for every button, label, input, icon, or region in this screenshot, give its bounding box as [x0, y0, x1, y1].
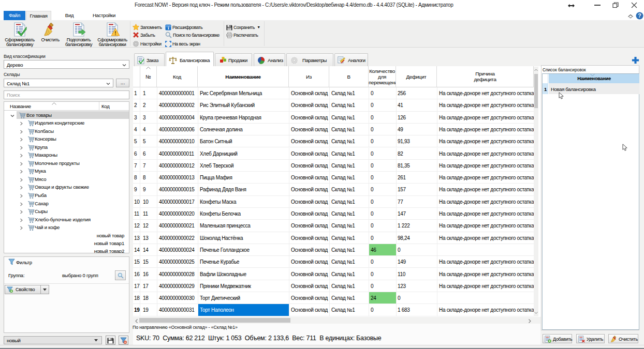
svg-text:?: ?: [638, 12, 641, 19]
